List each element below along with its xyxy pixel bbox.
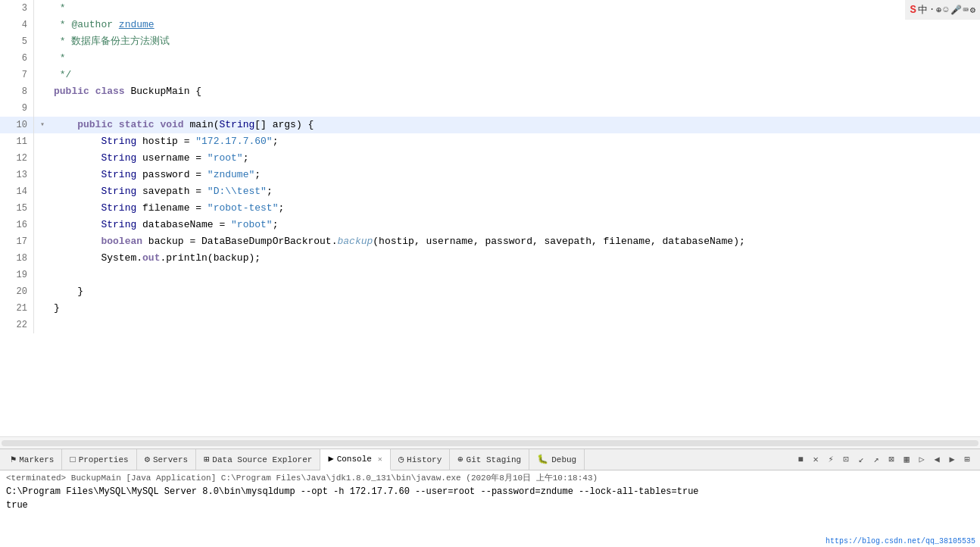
token: String (101, 202, 136, 214)
properties-label: Properties (79, 455, 129, 464)
line-number: 8 (0, 83, 34, 100)
tab-console[interactable]: ▶Console✕ (320, 449, 390, 470)
terminate-all-icon[interactable]: ⚡ (824, 453, 838, 467)
watermark: https://blog.csdn.net/qq_38105535 (821, 536, 980, 547)
back-icon[interactable]: ◀ (930, 453, 944, 467)
ime-toolbar: S 中 · ⊕ ☺ 🎤 ⌨ ⚙ (905, 0, 980, 20)
tab-servers[interactable]: ⚙Servers (137, 449, 196, 470)
code-line: 13 String password = "zndume"; (0, 167, 980, 183)
line-number: 22 (0, 317, 34, 333)
token: * 数据库备份主方法测试 (54, 36, 170, 47)
token: public (77, 119, 113, 130)
token (54, 186, 101, 197)
scroll-end-icon[interactable]: ↙ (854, 453, 868, 467)
debug-icon: 🐛 (537, 454, 548, 465)
token: public (54, 86, 89, 97)
code-text: public static void main(String[] args) { (51, 117, 980, 133)
code-text: String filename = "robot-test"; (51, 200, 980, 217)
token: String (101, 169, 136, 180)
remove-terminated-icon[interactable]: ⊡ (839, 453, 853, 467)
history-label: History (407, 455, 442, 464)
console-toolbar: ■✕⚡⊡↙↗⊠▦▷◀▶⊞ (794, 453, 977, 467)
code-text: * (51, 50, 980, 67)
token (89, 86, 95, 97)
fold-indicator[interactable]: ▾ (40, 117, 49, 133)
code-text: System.out.println(backup); (51, 250, 980, 267)
code-line: 15 String filename = "robot-test"; (0, 200, 980, 217)
console-output-line1: C:\Program Files\MySQL\MySQL Server 8.0\… (6, 485, 974, 499)
token: .println(backup); (160, 252, 261, 264)
line-number: 4 (0, 17, 34, 33)
token: ; (273, 136, 279, 147)
token: "D:\\test" (208, 186, 267, 197)
token: savepath = (136, 186, 208, 197)
ime-mic: 🎤 (950, 5, 962, 16)
tab-properties[interactable]: □Properties (62, 449, 136, 470)
code-line: 10▾ public static void main(String[] arg… (0, 117, 980, 133)
token (54, 219, 101, 230)
forward-icon[interactable]: ▶ (945, 453, 959, 467)
token: password = (136, 169, 208, 180)
scrollbar-track[interactable] (2, 440, 978, 446)
tab-markers[interactable]: ⚑Markers (3, 449, 62, 470)
token: */ (54, 69, 71, 80)
tab-history[interactable]: ◷History (391, 449, 450, 470)
token: "root" (208, 152, 243, 164)
token: databaseName = (136, 219, 231, 230)
token: zndume (119, 19, 154, 30)
ime-icon3: ☺ (943, 5, 948, 15)
scroll-lock-icon[interactable]: ↗ (869, 453, 883, 467)
tab-datasource[interactable]: ⊞Data Source Explorer (196, 449, 320, 470)
tab-debug[interactable]: 🐛Debug (529, 449, 585, 470)
gitstaging-icon: ⊕ (457, 454, 463, 465)
console-label: Console (337, 455, 372, 464)
code-line: 3 * (0, 0, 980, 17)
code-text: String hostip = "172.17.7.60"; (51, 133, 980, 150)
token: ; (254, 169, 261, 180)
token (54, 236, 101, 247)
terminate-icon[interactable]: ✕ (809, 453, 822, 467)
token: String (101, 186, 136, 197)
horizontal-scrollbar[interactable] (0, 436, 980, 449)
line-number: 17 (0, 233, 34, 250)
code-text: boolean backup = DataBaseDumpOrBackrout.… (51, 233, 980, 250)
token (113, 119, 119, 130)
run-again-icon[interactable]: ▷ (915, 453, 929, 467)
line-number: 16 (0, 217, 34, 233)
ime-settings: ⚙ (970, 5, 975, 16)
line-number: 19 (0, 267, 34, 283)
history-icon: ◷ (398, 454, 404, 465)
code-line: 18 System.out.println(backup); (0, 250, 980, 267)
code-line: 17 boolean backup = DataBaseDumpOrBackro… (0, 233, 980, 250)
token: String (101, 219, 136, 230)
code-line: 21} (0, 300, 980, 317)
code-line: 22 (0, 317, 980, 333)
line-number: 20 (0, 283, 34, 300)
ime-keyboard: ⌨ (963, 5, 969, 16)
code-line: 20 } (0, 283, 980, 300)
tab-gitstaging[interactable]: ⊕Git Staging (450, 449, 529, 470)
suspend-icon[interactable]: ■ (794, 453, 807, 467)
code-line: 19 (0, 267, 980, 283)
token: hostip = (136, 136, 195, 147)
new-icon[interactable]: ▦ (900, 453, 913, 467)
code-line: 12 String username = "root"; (0, 150, 980, 167)
servers-icon: ⚙ (145, 454, 150, 465)
view-icon[interactable]: ⊞ (960, 453, 974, 467)
token (54, 202, 101, 214)
code-lines: 3 * 4 * @author zndume5 * 数据库备份主方法测试6 * … (0, 0, 980, 333)
token: "robot" (231, 219, 273, 230)
tab-bar: ⚑Markers□Properties⚙Servers⊞Data Source … (0, 449, 980, 470)
token: boolean (101, 236, 142, 247)
line-number: 15 (0, 200, 34, 217)
token: String (220, 119, 255, 130)
console-close[interactable]: ✕ (378, 455, 382, 464)
code-line: 16 String databaseName = "robot"; (0, 217, 980, 233)
markers-label: Markers (19, 455, 54, 464)
code-line: 8public class BuckupMain { (0, 83, 980, 100)
wrap-icon[interactable]: ⊠ (885, 453, 898, 467)
code-line: 9 (0, 100, 980, 117)
line-number: 13 (0, 167, 34, 183)
token: main( (184, 119, 220, 130)
token: * (54, 52, 71, 64)
